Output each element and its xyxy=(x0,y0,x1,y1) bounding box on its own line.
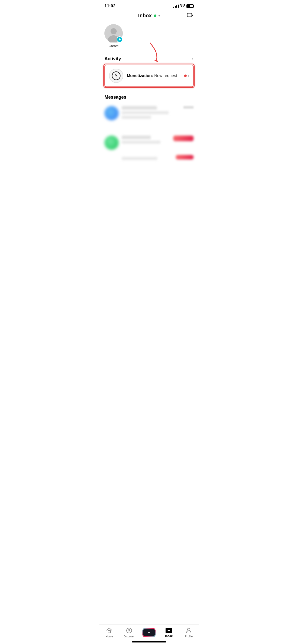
notification-dot xyxy=(184,75,187,77)
monetization-chevron-icon: › xyxy=(188,74,189,78)
signal-icon xyxy=(173,5,179,8)
svg-text:$: $ xyxy=(115,73,117,78)
monetization-card-wrapper: $ Monetization: New request › xyxy=(104,65,194,87)
svg-rect-0 xyxy=(187,13,192,17)
create-label: Create xyxy=(109,44,118,48)
activity-section: Activity › $ Monetization: New request › xyxy=(99,52,199,91)
battery-icon xyxy=(186,4,194,8)
header: Inbox ▾ xyxy=(99,11,199,22)
svg-point-3 xyxy=(111,28,117,34)
message-time xyxy=(183,106,194,109)
message-text-short xyxy=(122,116,151,119)
monetization-label: Monetization: xyxy=(127,74,153,78)
add-story-icon[interactable]: + xyxy=(117,36,123,42)
monetization-card[interactable]: $ Monetization: New request › xyxy=(104,65,194,87)
message-content xyxy=(122,106,180,119)
inbox-title: Inbox xyxy=(138,13,152,19)
monetization-sublabel: New request xyxy=(154,74,177,78)
message-content xyxy=(122,155,173,160)
message-text xyxy=(122,157,157,160)
message-item[interactable] xyxy=(104,104,194,123)
status-bar: 11:02 xyxy=(99,0,199,11)
status-online-dot xyxy=(154,14,156,17)
message-item[interactable] xyxy=(104,152,194,172)
message-avatar xyxy=(104,106,119,120)
activity-chevron-icon[interactable]: › xyxy=(192,56,194,62)
message-right xyxy=(183,106,194,109)
message-badge xyxy=(173,136,194,141)
status-time: 11:02 xyxy=(104,4,115,9)
activity-title: Activity xyxy=(104,56,121,62)
inbox-title-wrap[interactable]: Inbox ▾ xyxy=(138,13,160,19)
message-text xyxy=(122,111,169,114)
message-name xyxy=(122,106,157,110)
message-text xyxy=(122,141,160,144)
story-section: + Create xyxy=(99,22,199,52)
monetization-text: Monetization: New request xyxy=(127,74,181,78)
message-right xyxy=(173,136,194,141)
dropdown-arrow-icon: ▾ xyxy=(158,14,160,18)
story-avatar-wrap: + xyxy=(104,24,123,42)
message-content xyxy=(122,136,170,144)
message-badge-small xyxy=(176,155,194,159)
activity-header: Activity › xyxy=(104,56,194,62)
message-avatar xyxy=(104,136,119,150)
wifi-icon xyxy=(180,4,185,8)
compose-button[interactable] xyxy=(186,12,194,21)
status-icons xyxy=(173,4,194,8)
message-name xyxy=(122,136,151,139)
messages-section: Messages xyxy=(99,91,199,189)
message-item[interactable] xyxy=(104,133,194,152)
monetization-icon-wrap: $ xyxy=(109,69,123,83)
messages-title: Messages xyxy=(104,95,194,100)
create-story-button[interactable]: + Create xyxy=(104,24,123,48)
message-right xyxy=(176,155,194,159)
monetization-right: › xyxy=(184,74,189,78)
